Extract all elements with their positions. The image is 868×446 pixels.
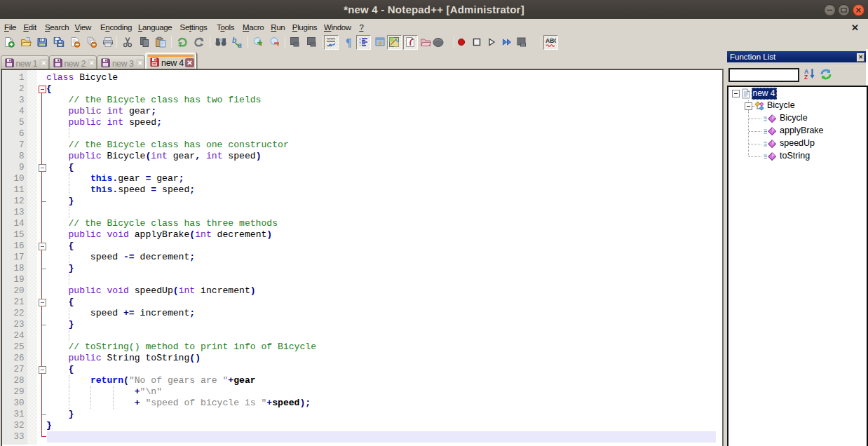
svg-text:Z: Z xyxy=(804,74,808,80)
svg-text:b: b xyxy=(232,36,237,44)
svg-text:¶: ¶ xyxy=(346,36,352,48)
svg-text:ABC: ABC xyxy=(545,37,556,44)
svg-text:a: a xyxy=(238,41,242,48)
